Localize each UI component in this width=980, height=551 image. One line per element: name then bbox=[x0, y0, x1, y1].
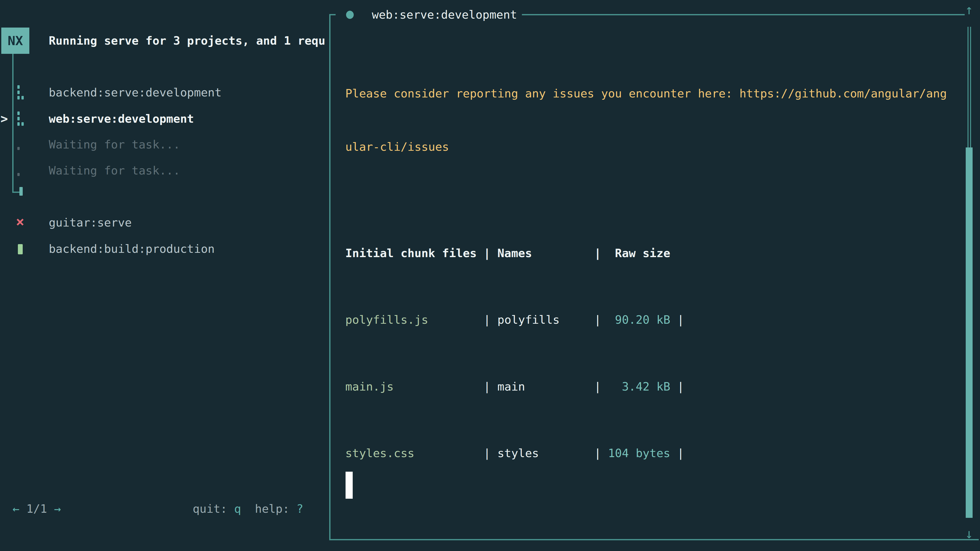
scrollbar-track bbox=[967, 27, 969, 148]
spinner-icon bbox=[16, 111, 27, 126]
task-label: Waiting for task... bbox=[49, 138, 180, 151]
success-square-icon bbox=[16, 241, 27, 256]
page-indicator: 1/1 bbox=[19, 502, 54, 516]
table-pipe: | bbox=[594, 313, 608, 327]
pagination: ← 1/1 → bbox=[13, 495, 61, 522]
chunk-file: styles.css bbox=[345, 446, 484, 460]
issue-report-line-1: Please consider reporting any issues you… bbox=[345, 81, 947, 107]
spinner-icon bbox=[16, 85, 27, 100]
nx-logo: NX bbox=[1, 27, 29, 54]
waiting-dot-icon bbox=[16, 163, 27, 178]
chunk-table-row: main.js | main | 3.42 kB | bbox=[345, 374, 947, 400]
scrollbar-thumb[interactable] bbox=[966, 148, 973, 518]
task-row-backend-build[interactable]: backend:build:production bbox=[0, 236, 329, 262]
task-label: backend:build:production bbox=[49, 242, 215, 256]
task-row-backend-serve[interactable]: backend:serve:development bbox=[0, 79, 329, 105]
chunk-table-header: Initial chunk files | Names | Raw size bbox=[345, 240, 947, 267]
scroll-down-arrow-icon[interactable]: ↓ bbox=[961, 526, 977, 541]
chunk-size: 90.20 kB bbox=[608, 313, 670, 327]
chunk-size: 3.42 kB bbox=[608, 380, 670, 393]
terminal-cursor bbox=[345, 472, 353, 499]
task-label-selected: web:serve:development bbox=[49, 112, 194, 125]
chunk-name: main bbox=[497, 380, 594, 393]
chunk-name: polyfills bbox=[497, 313, 594, 327]
task-row-web-serve[interactable]: > web:serve:development bbox=[0, 106, 329, 132]
table-pipe: | bbox=[484, 446, 497, 460]
task-label: backend:serve:development bbox=[49, 86, 221, 99]
chunk-table-row: polyfills.js | polyfills | 90.20 kB | bbox=[345, 307, 947, 333]
panel-border-top-stub bbox=[329, 14, 336, 15]
table-pipe: | bbox=[670, 446, 684, 460]
task-label: guitar:serve bbox=[49, 216, 132, 229]
quit-key: q bbox=[234, 502, 241, 516]
chunk-table-row: styles.css | styles | 104 bytes | bbox=[345, 440, 947, 467]
help-key: ? bbox=[296, 502, 303, 516]
chunk-name: styles bbox=[497, 446, 594, 460]
terminal-output: Please consider reporting any issues you… bbox=[345, 54, 947, 551]
table-pipe: | bbox=[594, 380, 608, 393]
selected-caret-icon: > bbox=[0, 111, 11, 126]
table-pipe: | bbox=[670, 380, 684, 393]
waiting-dot-icon bbox=[16, 137, 27, 152]
table-pipe: | bbox=[594, 446, 608, 460]
task-row-waiting-1[interactable]: Waiting for task... bbox=[0, 131, 329, 157]
nx-terminal-ui: NX Running serve for 3 projects, and 1 r… bbox=[0, 0, 980, 551]
scroll-up-arrow-icon[interactable]: ↑ bbox=[961, 2, 977, 17]
task-row-guitar-serve[interactable]: × guitar:serve bbox=[0, 210, 329, 235]
panel-title: web:serve:development bbox=[365, 2, 524, 28]
tree-branch-end bbox=[19, 187, 23, 196]
running-status-dot-icon bbox=[346, 11, 354, 19]
chunk-file: main.js bbox=[345, 380, 484, 393]
scrollbar-track bbox=[970, 27, 971, 148]
table-pipe: | bbox=[484, 313, 497, 327]
tree-branch-corner bbox=[12, 192, 19, 193]
page-next-arrow-icon[interactable]: → bbox=[54, 502, 61, 516]
nx-logo-text: NX bbox=[8, 33, 23, 48]
task-row-waiting-2[interactable]: Waiting for task... bbox=[0, 157, 329, 183]
task-label: Waiting for task... bbox=[49, 164, 180, 177]
panel-border-left bbox=[329, 14, 331, 540]
keyboard-hints: quit: q help: ? bbox=[192, 495, 304, 522]
panel-border-top bbox=[522, 14, 965, 15]
chunk-file: polyfills.js bbox=[345, 313, 484, 327]
blank-line bbox=[345, 187, 947, 213]
chunk-size: 104 bytes bbox=[608, 446, 670, 460]
table-pipe: | bbox=[670, 313, 684, 327]
blank-line bbox=[345, 507, 947, 534]
page-prev-arrow-icon[interactable]: ← bbox=[13, 502, 19, 516]
hint-gap bbox=[241, 502, 255, 516]
error-x-icon: × bbox=[16, 215, 27, 230]
help-label: help: bbox=[255, 502, 297, 516]
quit-label: quit: bbox=[192, 502, 234, 516]
issue-report-line-2: ular-cli/issues bbox=[345, 134, 947, 160]
page-title: Running serve for 3 projects, and 1 requ bbox=[49, 27, 328, 54]
table-pipe: | bbox=[484, 380, 497, 393]
task-sidebar: NX Running serve for 3 projects, and 1 r… bbox=[0, 0, 329, 551]
